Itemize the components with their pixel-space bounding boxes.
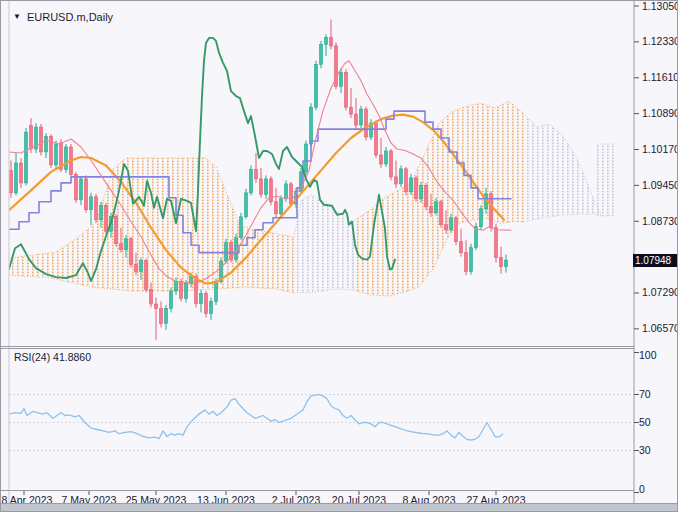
candle-body	[245, 193, 248, 217]
ichimoku-cloud-lavender	[597, 144, 615, 216]
rsi-axis[interactable]: 1007050300	[634, 349, 657, 495]
candle-body	[205, 294, 208, 314]
candle-body	[210, 302, 213, 314]
candle-body	[480, 209, 483, 227]
candle-body	[80, 179, 83, 200]
price-axis-label: 1.09450	[642, 179, 678, 191]
candle-body	[435, 202, 438, 213]
candle-body	[440, 202, 443, 225]
candle-body	[150, 290, 153, 304]
candle-body	[475, 227, 478, 248]
rsi-indicator-label: RSI(24) 41.8860	[14, 351, 91, 363]
candle-body	[40, 127, 43, 152]
candle-body	[160, 308, 163, 323]
candle-body	[395, 177, 398, 184]
candle-body	[175, 282, 178, 292]
candle-body	[65, 147, 68, 169]
rsi-axis-label: 70	[639, 388, 651, 400]
candle-body	[325, 37, 328, 44]
rsi-chart-area[interactable]	[9, 395, 634, 451]
price-axis-label: 1.06570	[642, 322, 678, 334]
candle-body	[360, 109, 363, 125]
candle-body	[305, 144, 308, 172]
candle-body	[350, 107, 353, 114]
chevron-down-icon[interactable]: ▼	[13, 13, 21, 21]
candle-body	[100, 205, 103, 219]
candle-body	[320, 44, 323, 64]
candle-body	[415, 178, 418, 199]
chart-window: 1.130501.123301.116101.108901.101701.094…	[0, 0, 678, 512]
candle-body	[85, 179, 88, 210]
candle-body	[135, 265, 138, 272]
candle-body	[115, 216, 118, 243]
candle-body	[365, 109, 368, 137]
symbol-title-text: EURUSD.m,Daily	[27, 11, 113, 23]
candle-body	[330, 37, 333, 46]
candle-body	[235, 238, 238, 260]
candle-body	[465, 253, 468, 272]
candle-body	[50, 137, 53, 165]
candle-body	[430, 207, 433, 213]
candle-body	[380, 155, 383, 164]
candle-body	[495, 228, 498, 258]
candle-body	[10, 170, 13, 192]
candle-body	[445, 225, 448, 230]
candle-body	[15, 163, 18, 193]
rsi-axis-label: 0	[639, 483, 645, 495]
candle-body	[90, 197, 93, 210]
price-axis-label: 1.08730	[642, 215, 678, 227]
candle-body	[310, 107, 313, 144]
candle-body	[240, 217, 243, 238]
candle-body	[170, 291, 173, 308]
candle-body	[285, 184, 288, 199]
candle-body	[375, 123, 378, 155]
price-chart-area[interactable]	[9, 20, 615, 340]
candle-body	[255, 169, 258, 179]
price-axis-label: 1.11610	[642, 71, 678, 83]
candle-body	[125, 239, 128, 250]
candle-body	[250, 169, 253, 192]
candle-body	[215, 282, 218, 302]
candle-body	[45, 137, 48, 152]
price-axis-label: 1.10170	[642, 143, 678, 155]
candle-body	[410, 178, 413, 192]
candle-body	[155, 304, 158, 309]
candle-body	[420, 185, 423, 199]
candle-body	[500, 258, 503, 267]
candle-body	[105, 205, 108, 231]
candle-body	[425, 185, 428, 206]
price-axis-label: 1.12330	[642, 35, 678, 47]
candle-body	[270, 179, 273, 202]
candle-body	[185, 284, 188, 299]
candle-body	[30, 126, 33, 149]
candle-body	[95, 197, 98, 220]
candle-body	[75, 174, 78, 199]
candle-body	[165, 308, 168, 323]
rsi-axis-label: 100	[639, 349, 657, 361]
candle-body	[200, 294, 203, 304]
candle-body	[345, 72, 348, 107]
candle-body	[120, 244, 123, 250]
candle-body	[405, 169, 408, 192]
candle-body	[55, 144, 58, 165]
horizontal-scrollbar[interactable]	[1, 503, 678, 511]
price-axis[interactable]: 1.130501.123301.116101.108901.101701.094…	[634, 1, 678, 334]
candle-body	[20, 163, 23, 183]
symbol-title[interactable]: ▼ EURUSD.m,Daily	[13, 11, 113, 23]
candle-body	[290, 184, 293, 204]
candle-body	[140, 261, 143, 272]
rsi-axis-label: 50	[639, 416, 651, 428]
candle-body	[315, 64, 318, 107]
candle-body	[355, 114, 358, 125]
candle-body	[460, 242, 463, 253]
price-axis-label: 1.13050	[642, 1, 678, 12]
candle-body	[390, 151, 393, 177]
rsi-axis-label: 30	[639, 444, 651, 456]
candle-body	[340, 72, 343, 86]
candle-body	[25, 132, 28, 183]
candle-body	[505, 260, 508, 267]
candle-body	[385, 151, 388, 164]
current-price-badge: 1.07948	[633, 254, 677, 267]
candle-body	[450, 218, 453, 230]
ichimoku-cloud-lavender	[523, 113, 601, 222]
